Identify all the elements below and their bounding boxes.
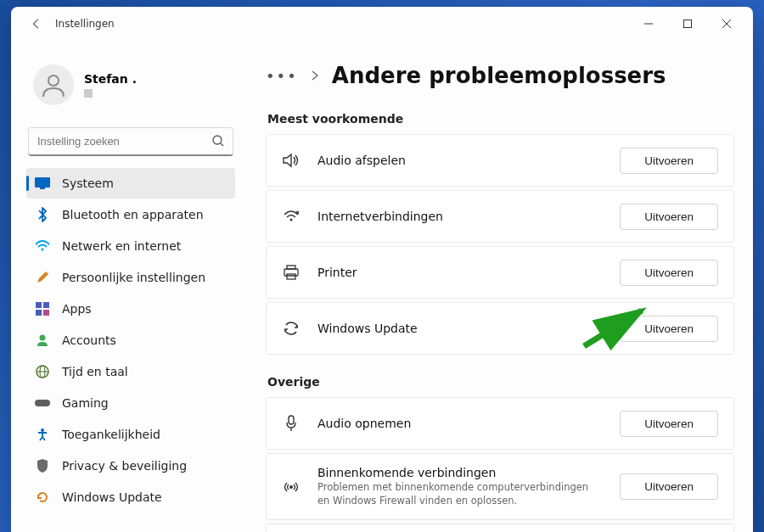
- sidebar-item-time-language[interactable]: Tijd en taal: [26, 356, 235, 387]
- svg-rect-16: [35, 400, 50, 406]
- search-wrap: [28, 127, 233, 156]
- profile-name: Stefan .: [84, 72, 137, 86]
- troubleshooter-audio-playback: Audio afspelen Uitvoeren: [266, 134, 734, 187]
- bluetooth-icon: [35, 207, 50, 222]
- printer-icon: [282, 263, 301, 282]
- nav-label: Toegankelijkheid: [62, 428, 160, 441]
- nav-label: Bluetooth en apparaten: [62, 208, 204, 221]
- card-title: Audio afspelen: [317, 154, 603, 167]
- window-controls: [629, 10, 746, 37]
- shield-icon: [35, 458, 50, 473]
- nav-label: Apps: [62, 302, 92, 316]
- svg-point-18: [290, 219, 293, 221]
- settings-window: Instellingen Stefan .: [11, 7, 753, 532]
- svg-point-2: [48, 76, 59, 86]
- minimize-button[interactable]: [629, 10, 668, 37]
- nav-list: Systeem Bluetooth en apparaten Netwerk e…: [26, 168, 235, 512]
- sync-icon: [282, 319, 301, 338]
- troubleshooter-audio-recording: Audio opnemen Uitvoeren: [266, 397, 734, 450]
- nav-label: Accounts: [62, 333, 116, 347]
- back-button[interactable]: [25, 12, 48, 36]
- run-button[interactable]: Uitvoeren: [620, 148, 718, 174]
- svg-rect-24: [289, 416, 294, 424]
- svg-rect-8: [36, 302, 42, 308]
- sidebar-item-personalization[interactable]: Persoonlijke instellingen: [26, 262, 235, 293]
- main-panel: ••• Andere probleemoplossers Meest voork…: [247, 41, 753, 532]
- svg-rect-10: [36, 310, 42, 316]
- card-title: Internetverbindingen: [317, 210, 603, 223]
- maximize-icon: [683, 20, 692, 28]
- nav-label: Windows Update: [62, 490, 162, 504]
- broadcast-icon: [282, 478, 301, 496]
- accessibility-icon: [35, 427, 50, 442]
- globe-icon: [35, 364, 50, 379]
- svg-rect-11: [43, 310, 49, 316]
- sidebar-item-windows-update[interactable]: Windows Update: [26, 482, 235, 512]
- card-title: Windows Update: [317, 322, 603, 335]
- troubleshooter-bluetooth: Bluetooth Uitvoeren: [266, 524, 734, 532]
- card-title: Audio opnemen: [317, 417, 603, 430]
- cards-common: Audio afspelen Uitvoeren Internetverbind…: [266, 134, 734, 355]
- svg-point-12: [40, 335, 46, 341]
- svg-rect-23: [287, 274, 295, 279]
- accounts-icon: [35, 333, 50, 348]
- system-icon: [35, 176, 50, 191]
- sidebar-item-accessibility[interactable]: Toegankelijkheid: [26, 419, 235, 450]
- svg-point-7: [42, 249, 44, 251]
- run-button[interactable]: Uitvoeren: [620, 473, 718, 500]
- nav-label: Systeem: [62, 176, 114, 190]
- run-button[interactable]: Uitvoeren: [620, 316, 718, 342]
- svg-point-17: [41, 428, 44, 432]
- profile-section[interactable]: Stefan .: [26, 41, 235, 122]
- avatar: [33, 64, 74, 105]
- maximize-button[interactable]: [668, 10, 707, 37]
- card-title: Binnenkomende verbindingen: [317, 466, 603, 479]
- troubleshooter-printer: Printer Uitvoeren: [266, 246, 734, 299]
- svg-line-4: [221, 143, 223, 146]
- svg-point-26: [289, 485, 293, 489]
- sidebar-item-bluetooth[interactable]: Bluetooth en apparaten: [26, 199, 235, 230]
- search-input[interactable]: [28, 127, 233, 156]
- nav-label: Netwerk en internet: [62, 239, 181, 253]
- speaker-icon: [282, 151, 301, 170]
- sidebar-item-system[interactable]: Systeem: [26, 168, 235, 199]
- svg-rect-1: [684, 20, 692, 28]
- sidebar-item-gaming[interactable]: Gaming: [26, 388, 235, 418]
- search-icon: [211, 134, 225, 151]
- run-button[interactable]: Uitvoeren: [620, 204, 718, 230]
- minimize-icon: [644, 20, 653, 28]
- breadcrumb: ••• Andere probleemoplossers: [266, 63, 734, 88]
- sidebar-item-apps[interactable]: Apps: [26, 294, 235, 324]
- microphone-icon: [282, 414, 301, 433]
- troubleshooter-internet: Internetverbindingen Uitvoeren: [266, 190, 734, 243]
- run-button[interactable]: Uitvoeren: [620, 260, 718, 286]
- chevron-right-icon: [312, 68, 318, 84]
- breadcrumb-more-icon[interactable]: •••: [266, 67, 298, 85]
- nav-label: Gaming: [62, 396, 109, 410]
- section-title-common: Meest voorkomende: [267, 112, 734, 126]
- section-title-other: Overige: [267, 375, 734, 389]
- page-title: Andere probleemoplossers: [332, 63, 666, 88]
- svg-rect-6: [40, 188, 45, 189]
- svg-point-3: [213, 136, 222, 144]
- titlebar: Instellingen: [11, 7, 753, 41]
- run-button[interactable]: Uitvoeren: [620, 411, 718, 437]
- person-icon: [40, 71, 67, 98]
- sidebar-item-network[interactable]: Netwerk en internet: [26, 231, 235, 261]
- update-icon: [35, 490, 50, 505]
- sidebar-item-privacy[interactable]: Privacy & beveiliging: [26, 451, 235, 481]
- card-title: Printer: [317, 266, 603, 279]
- apps-icon: [35, 301, 50, 316]
- nav-label: Privacy & beveiliging: [62, 459, 187, 473]
- svg-rect-9: [43, 302, 49, 308]
- wifi-icon: [35, 238, 50, 254]
- troubleshooter-windows-update: Windows Update Uitvoeren: [266, 302, 734, 355]
- sidebar-item-accounts[interactable]: Accounts: [26, 325, 235, 356]
- card-description: Problemen met binnenkomende computerverb…: [317, 481, 603, 507]
- gaming-icon: [35, 395, 50, 411]
- wifi-icon: [282, 207, 301, 226]
- window-title: Instellingen: [55, 18, 115, 30]
- profile-placeholder: [84, 89, 93, 98]
- arrow-left-icon: [31, 18, 42, 30]
- close-button[interactable]: [707, 10, 746, 37]
